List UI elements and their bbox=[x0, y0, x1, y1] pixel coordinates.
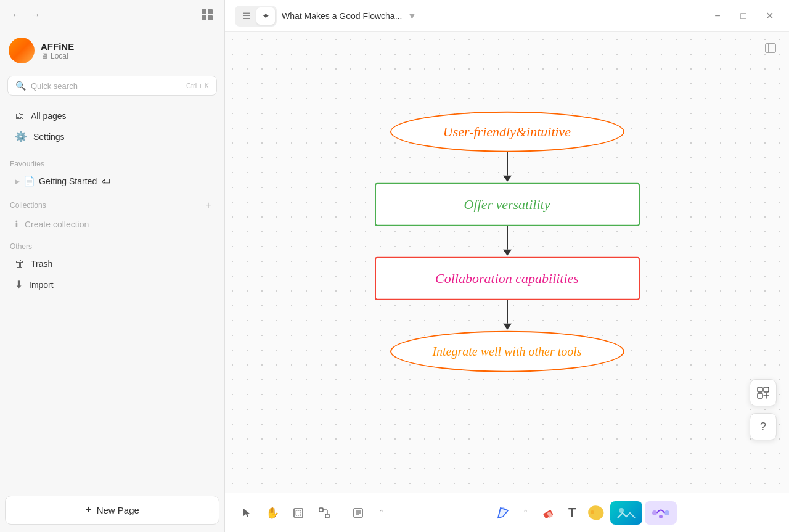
grid-view-button[interactable] bbox=[750, 379, 777, 406]
nav-back-button[interactable]: ← bbox=[9, 7, 23, 22]
collections-section-header: Collections + bbox=[0, 192, 224, 214]
note-tool-button[interactable] bbox=[346, 501, 370, 525]
flowchart-arrow-3 bbox=[503, 300, 512, 330]
image-tool-button[interactable] bbox=[610, 501, 642, 525]
svg-rect-5 bbox=[294, 509, 303, 517]
new-page-label: New Page bbox=[97, 505, 139, 515]
pen-expand-button[interactable]: ⌃ bbox=[517, 504, 534, 522]
titlebar-left: ☰ ✦ What Makes a Good Flowcha... ▼ bbox=[235, 6, 418, 27]
text-icon: T bbox=[568, 505, 576, 520]
flowchart: User-friendly&intuitive Offer versatilit… bbox=[375, 111, 640, 372]
sidebar-item-all-pages[interactable]: 🗂 All pages bbox=[5, 106, 219, 126]
pages-icon: 🗂 bbox=[15, 110, 25, 121]
sidebar: ← → AFFiNE 🖥 Local 🔍 Quick search Ctrl +… bbox=[0, 0, 225, 532]
nav-arrows: ← → bbox=[9, 7, 43, 22]
search-icon: 🔍 bbox=[15, 81, 26, 91]
avatar bbox=[9, 38, 35, 63]
sidebar-item-import[interactable]: ⬇ Import bbox=[5, 274, 219, 295]
canvas-sidebar-icon[interactable] bbox=[762, 39, 779, 57]
sidebar-item-getting-started[interactable]: ▶ 📄 Getting Started 🏷 bbox=[5, 171, 219, 191]
trash-icon: 🗑 bbox=[15, 258, 25, 269]
create-collection-label: Create collection bbox=[25, 219, 89, 229]
sidebar-item-trash[interactable]: 🗑 Trash bbox=[5, 254, 219, 274]
svg-rect-0 bbox=[766, 44, 775, 52]
flowchart-node-3: Collaboration capabilities bbox=[375, 256, 640, 300]
chevron-right-icon: ▶ bbox=[15, 178, 20, 186]
workspace-type: 🖥 Local bbox=[41, 52, 74, 60]
workspace-text: AFFiNE 🖥 Local bbox=[41, 41, 74, 60]
import-icon: ⬇ bbox=[15, 279, 23, 290]
flowchart-node-1: User-friendly&intuitive bbox=[390, 111, 624, 152]
others-section: Others 🗑 Trash ⬇ Import bbox=[0, 237, 224, 295]
sidebar-header: ← → bbox=[0, 0, 224, 30]
hand-tool-button[interactable]: ✋ bbox=[261, 501, 284, 525]
main-content: ☰ ✦ What Makes a Good Flowcha... ▼ − □ ✕ bbox=[225, 0, 789, 532]
node1-text: User-friendly&intuitive bbox=[443, 123, 571, 139]
doc-view-button[interactable]: ☰ bbox=[237, 7, 255, 25]
connector-tool-button[interactable] bbox=[313, 501, 336, 525]
doc-title-text: What Makes a Good Flowcha... bbox=[282, 11, 402, 21]
question-mark-icon: ? bbox=[760, 420, 766, 433]
view-toggle: ☰ ✦ bbox=[235, 6, 277, 27]
canvas-area[interactable]: User-friendly&intuitive Offer versatilit… bbox=[225, 32, 789, 493]
new-page-button[interactable]: + New Page bbox=[5, 496, 219, 525]
sidebar-toggle-button[interactable] bbox=[198, 6, 216, 23]
titlebar-right: − □ ✕ bbox=[708, 6, 779, 26]
node4-text: Integrate well with other tools bbox=[432, 344, 581, 358]
pen-tool-button[interactable] bbox=[492, 502, 514, 524]
shape-tool-button[interactable] bbox=[586, 502, 608, 524]
svg-rect-18 bbox=[616, 505, 636, 520]
flow-view-icon: ✦ bbox=[262, 10, 270, 22]
workspace-name: AFFiNE bbox=[41, 41, 74, 52]
create-collection-button[interactable]: ℹ Create collection bbox=[5, 215, 219, 234]
settings-label: Settings bbox=[33, 132, 65, 142]
flowchart-node-4: Integrate well with other tools bbox=[390, 330, 624, 372]
hand-icon: ✋ bbox=[266, 506, 279, 520]
sidebar-bottom: + New Page bbox=[0, 488, 224, 532]
flow-view-button[interactable]: ✦ bbox=[256, 7, 275, 25]
doc-view-icon: ☰ bbox=[242, 10, 250, 22]
sidebar-layout-icon bbox=[202, 9, 213, 20]
favourites-section-header: Favourites bbox=[0, 152, 224, 171]
flowchart-arrow-1 bbox=[503, 152, 512, 182]
minimize-button[interactable]: − bbox=[708, 6, 727, 26]
svg-point-19 bbox=[619, 508, 624, 513]
search-shortcut: Ctrl + K bbox=[186, 82, 209, 89]
text-tool-button[interactable]: T bbox=[561, 502, 583, 524]
toolbar-center: ⌃ T bbox=[492, 501, 677, 525]
sidebar-item-settings[interactable]: ⚙️ Settings bbox=[5, 126, 219, 147]
title-dropdown-button[interactable]: ▼ bbox=[406, 10, 418, 22]
help-button[interactable]: ? bbox=[750, 413, 777, 440]
close-button[interactable]: ✕ bbox=[759, 6, 779, 26]
svg-point-22 bbox=[659, 515, 663, 518]
select-tool-button[interactable] bbox=[235, 501, 258, 525]
titlebar: ☰ ✦ What Makes a Good Flowcha... ▼ − □ ✕ bbox=[225, 0, 789, 32]
eraser-tool-button[interactable] bbox=[536, 502, 558, 524]
node3-text: Collaboration capabilities bbox=[435, 270, 579, 285]
frame-tool-button[interactable] bbox=[287, 501, 310, 525]
add-collection-button[interactable]: + bbox=[202, 199, 215, 211]
plus-icon: + bbox=[85, 504, 92, 517]
svg-point-17 bbox=[591, 510, 594, 514]
settings-icon: ⚙️ bbox=[15, 131, 27, 142]
pin-emoji: 🏷 bbox=[102, 176, 110, 186]
svg-rect-6 bbox=[296, 510, 301, 515]
svg-rect-7 bbox=[319, 508, 323, 512]
restore-button[interactable]: □ bbox=[734, 6, 753, 26]
info-icon: ℹ bbox=[15, 219, 18, 230]
svg-point-21 bbox=[664, 510, 669, 515]
search-bar[interactable]: 🔍 Quick search Ctrl + K bbox=[7, 76, 217, 96]
import-label: Import bbox=[29, 280, 54, 290]
svg-rect-2 bbox=[758, 387, 762, 392]
nav-forward-button[interactable]: → bbox=[28, 7, 43, 22]
sidebar-menu: 🗂 All pages ⚙️ Settings bbox=[0, 100, 224, 152]
note-expand-button[interactable]: ⌃ bbox=[372, 504, 390, 522]
others-label: Others bbox=[10, 242, 32, 251]
connector-card-button[interactable] bbox=[645, 501, 677, 525]
toolbar-left: ✋ bbox=[235, 501, 390, 525]
document-icon: 📄 bbox=[23, 176, 35, 187]
flowchart-arrow-2 bbox=[503, 226, 512, 256]
bottom-toolbar: ✋ bbox=[225, 493, 789, 532]
monitor-icon: 🖥 bbox=[41, 52, 48, 60]
workspace-info: AFFiNE 🖥 Local bbox=[0, 30, 224, 71]
